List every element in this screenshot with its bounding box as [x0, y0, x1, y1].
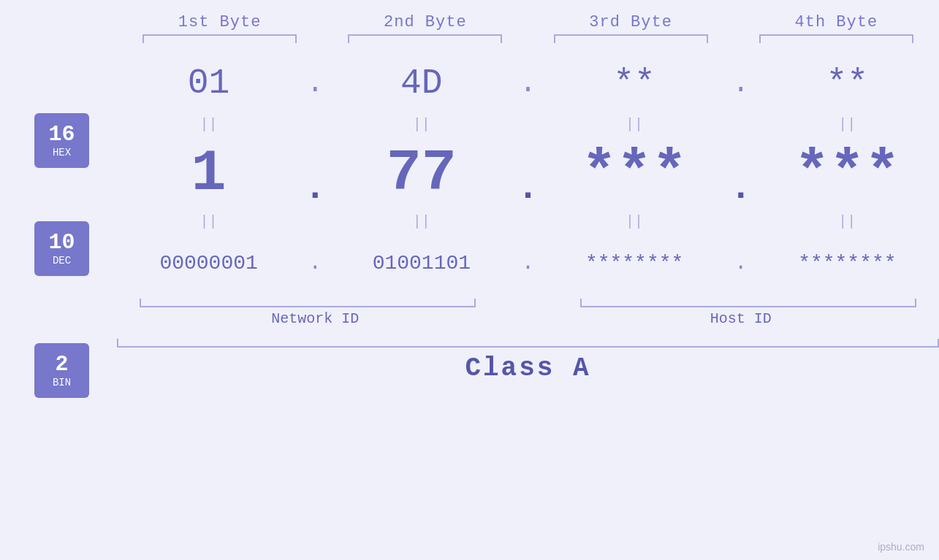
dec-dot1-symbol: .: [304, 167, 326, 209]
hex-dot1: .: [300, 67, 330, 100]
eq2-b2: ||: [330, 213, 513, 230]
eq1-b3: ||: [543, 116, 726, 133]
byte-headers: 1st Byte 2nd Byte 3rd Byte 4th Byte: [0, 13, 939, 31]
dec-dot3: .: [726, 138, 756, 209]
bracket-line-byte1: [142, 34, 297, 43]
bin-byte1-value: 00000001: [159, 252, 257, 275]
dec-byte2: 77: [330, 140, 513, 207]
bracket-byte3: [528, 34, 734, 43]
network-bracket-section: [117, 299, 514, 307]
hex-byte4-value: **: [826, 64, 869, 103]
byte3-header: 3rd Byte: [528, 13, 734, 31]
dec-byte4-value: ***: [794, 140, 900, 207]
eq1-dot1: [300, 116, 330, 133]
hex-byte2: 4D: [330, 64, 513, 103]
dec-byte3: ***: [543, 140, 726, 207]
bracket-byte1: [117, 34, 322, 43]
bin-row: 00000001 . 01001101 . ******** . *******…: [117, 230, 939, 296]
dec-dot1: .: [300, 138, 330, 209]
dec-byte4: ***: [756, 140, 939, 207]
bin-dot1: .: [300, 250, 330, 275]
class-a-row: Class A: [117, 353, 939, 383]
bin-byte2-value: 01001101: [373, 252, 471, 275]
dec-byte1-value: 1: [191, 140, 227, 207]
bin-byte3-value: ********: [585, 252, 683, 275]
bottom-bracket-row: [117, 299, 939, 307]
bin-byte4: ********: [756, 252, 939, 275]
dec-dot3-symbol: .: [730, 167, 752, 209]
eq1-b2: ||: [330, 116, 513, 133]
bin-dot3: .: [726, 250, 756, 275]
eq1-b1: ||: [117, 116, 300, 133]
class-a-label: Class A: [465, 353, 590, 383]
eq2-dot2: [514, 213, 543, 230]
hex-dot2-symbol: .: [519, 67, 536, 100]
eq2-b3: ||: [543, 213, 726, 230]
hex-dot1-symbol: .: [306, 67, 324, 100]
main-container: 1st Byte 2nd Byte 3rd Byte 4th Byte 16 H…: [0, 0, 939, 560]
byte1-header: 1st Byte: [117, 13, 322, 31]
hex-byte4: **: [756, 64, 939, 103]
bin-dot3-symbol: .: [734, 250, 748, 275]
network-id-label: Network ID: [117, 310, 514, 327]
hex-row: 01 . 4D . ** . **: [117, 50, 939, 116]
content-area: 01 . 4D . ** . ** || ||: [0, 43, 939, 383]
equals-row-1: || || || ||: [117, 116, 939, 133]
eq1-dot2: [514, 116, 543, 133]
class-bracket-line: [117, 339, 939, 348]
host-id-label: Host ID: [543, 310, 940, 327]
id-labels-row: Network ID Host ID: [117, 310, 939, 327]
top-brackets: [0, 34, 939, 43]
bin-dot2-symbol: .: [521, 250, 534, 275]
watermark: ipshu.com: [878, 541, 924, 553]
bracket-line-byte4: [759, 34, 913, 43]
eq1-dot3: [726, 116, 756, 133]
eq2-dot3: [726, 213, 756, 230]
hex-byte2-value: 4D: [400, 64, 443, 103]
hex-dot3: .: [726, 67, 756, 100]
class-bracket-row: [117, 339, 939, 348]
bin-byte4-value: ********: [798, 252, 896, 275]
eq2-b4: ||: [756, 213, 939, 230]
network-bracket-line: [140, 299, 476, 307]
dec-byte2-value: 77: [387, 140, 457, 207]
dec-dot2-symbol: .: [517, 167, 539, 209]
bin-dot2: .: [514, 250, 543, 275]
dec-dot2: .: [514, 138, 543, 209]
bin-byte2: 01001101: [330, 252, 513, 275]
host-bracket-section: [543, 299, 940, 307]
dec-byte1: 1: [117, 140, 300, 207]
byte2-header: 2nd Byte: [322, 13, 528, 31]
bracket-byte4: [734, 34, 939, 43]
hex-dot3-symbol: .: [732, 67, 750, 100]
eq2-dot1: [300, 213, 330, 230]
bracket-byte2: [322, 34, 528, 43]
byte4-header: 4th Byte: [734, 13, 939, 31]
bin-byte3: ********: [543, 252, 726, 275]
dec-byte3-value: ***: [582, 140, 687, 207]
bracket-line-byte3: [554, 34, 708, 43]
bracket-line-byte2: [348, 34, 502, 43]
hex-byte1-value: 01: [188, 64, 230, 103]
eq1-b4: ||: [756, 116, 939, 133]
bin-dot1-symbol: .: [308, 250, 322, 275]
bracket-spacer: [514, 299, 543, 307]
id-spacer: [514, 310, 543, 327]
dec-row: 1 . 77 . *** . ***: [117, 133, 939, 213]
hex-byte3: **: [543, 64, 726, 103]
hex-byte1: 01: [117, 64, 300, 103]
equals-row-2: || || || ||: [117, 213, 939, 230]
host-bracket-line: [580, 299, 916, 307]
hex-dot2: .: [514, 67, 543, 100]
bin-byte1: 00000001: [117, 252, 300, 275]
hex-byte3-value: **: [613, 64, 655, 103]
eq2-b1: ||: [117, 213, 300, 230]
